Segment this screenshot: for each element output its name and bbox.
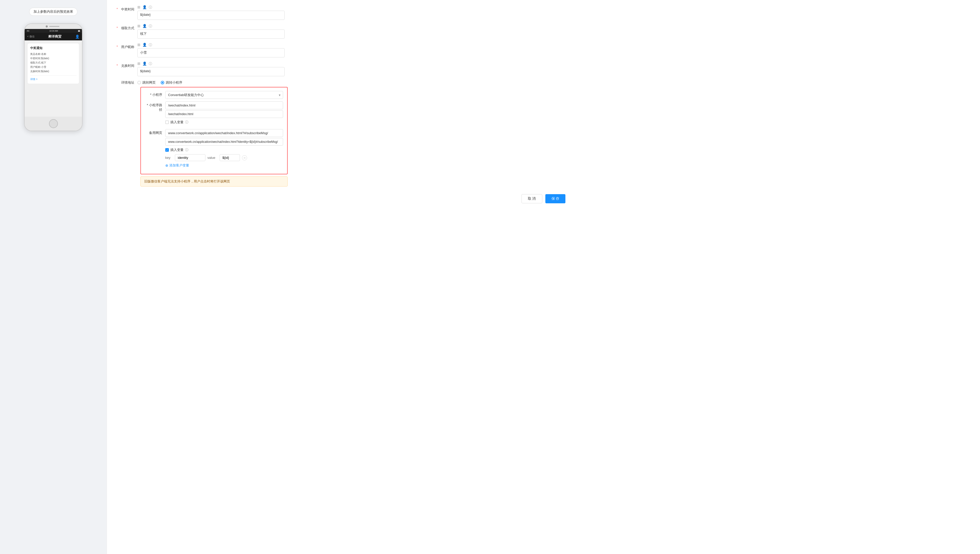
mini-program-section: * 小程序 Convertlab研发能力中心 * 小程序路径 /wechat/i… — [140, 87, 288, 174]
detail-address-section: 详情地址 跳转网页 跳转小程序 — [117, 80, 970, 85]
exchange-time-toolbar: ⊞ 👤 ⓘ — [137, 62, 285, 66]
preview-label-btn[interactable]: 加上参数内容后的预览效果 — [29, 8, 78, 16]
phone-nav-bar: < 微信 桦洋商贸 👤 — [25, 33, 82, 40]
receive-method-section: 领取方式 ⊞ 👤 ⓘ 线下 — [117, 24, 970, 38]
warning-box: 旧版微信客户端无法支持小程序，用户点击时将打开该网页 — [140, 176, 288, 187]
phone-home-btn — [49, 119, 58, 128]
left-panel: 加上参数内容后的预览效果 4G 10:34 AM ▮▮ < 微信 桦洋商贸 👤 … — [0, 0, 107, 554]
page-layout: 加上参数内容后的预览效果 4G 10:34 AM ▮▮ < 微信 桦洋商贸 👤 … — [0, 0, 980, 554]
receive-method-content: ⊞ 👤 ⓘ 线下 — [137, 24, 285, 38]
backup-url-display: www.convertwork.cn/application/wechat/in… — [165, 138, 283, 145]
plus-circle-icon: ⊕ — [165, 163, 168, 168]
info-icon-4[interactable]: ⓘ — [149, 62, 152, 66]
radio-miniprogram[interactable]: 跳转小程序 — [161, 80, 182, 85]
remove-variable-btn[interactable]: − — [242, 155, 247, 160]
username-content: ⊞ 👤 ⓘ 小雪 — [137, 43, 285, 57]
exchange-time-section: 兑换时间 ⊞ 👤 ⓘ ${date} — [117, 62, 970, 76]
var-value-input[interactable] — [220, 154, 240, 161]
insert-var-label: 插入变量 — [170, 120, 183, 125]
add-variable-btn[interactable]: ⊕ 添加客户变量 — [165, 163, 283, 168]
win-time-label: 中奖时间 — [117, 5, 137, 12]
phone-card-row-4: 兑换时间:${date} — [30, 70, 76, 73]
add-variable-label: 添加客户变量 — [169, 163, 189, 168]
detail-address-radio-group: 跳转网页 跳转小程序 — [137, 80, 182, 85]
phone-status-bar: 4G 10:34 AM ▮▮ — [25, 29, 82, 33]
insert-var2-row: ✓ 插入变量 ⓘ — [165, 148, 283, 152]
radio-webpage[interactable]: 跳转网页 — [137, 80, 156, 85]
receive-method-label: 领取方式 — [117, 24, 137, 30]
copy-icon-2[interactable]: ⊞ — [137, 24, 140, 29]
copy-icon-4[interactable]: ⊞ — [137, 62, 140, 66]
var-key-input[interactable] — [175, 154, 205, 161]
nav-title: 桦洋商贸 — [48, 34, 62, 39]
backup-url-row: 备用网页 www.convertwork.cn/application/wech… — [145, 129, 283, 168]
mini-path-row: * 小程序路径 /wechat/index.html 插入变量 ⓘ — [145, 101, 283, 126]
exchange-time-content: ⊞ 👤 ⓘ ${date} — [137, 62, 285, 76]
phone-card-title: 中奖通知 — [30, 46, 76, 50]
info-icon-2[interactable]: ⓘ — [149, 24, 152, 29]
mini-program-select-wrapper: Convertlab研发能力中心 — [165, 91, 283, 99]
radio-miniprogram-label: 跳转小程序 — [166, 80, 182, 85]
radio-webpage-label: 跳转网页 — [142, 80, 156, 85]
phone-camera — [46, 26, 48, 27]
cancel-button[interactable]: 取 消 — [522, 194, 542, 203]
win-time-display: ${date} — [137, 11, 285, 20]
info-icon[interactable]: ⓘ — [149, 5, 152, 10]
mini-path-label: * 小程序路径 — [145, 101, 165, 112]
mini-path-content: /wechat/index.html 插入变量 ⓘ — [165, 101, 283, 126]
win-time-toolbar: ⊞ 👤 ⓘ — [137, 5, 285, 10]
copy-icon[interactable]: ⊞ — [137, 5, 140, 10]
copy-icon-3[interactable]: ⊞ — [137, 43, 140, 47]
variable-row: key value − — [165, 154, 283, 161]
username-toolbar: ⊞ 👤 ⓘ — [137, 43, 285, 47]
status-battery: ▮▮ — [78, 30, 80, 32]
insert-var-info-icon[interactable]: ⓘ — [185, 120, 188, 125]
status-time: 10:34 AM — [49, 30, 58, 32]
user-icon[interactable]: 👤 — [142, 5, 147, 10]
phone-card-row-1: 中奖时间:${date} — [30, 57, 76, 60]
save-button[interactable]: 保 存 — [545, 194, 566, 203]
phone-bottom — [25, 117, 82, 131]
mini-path-input[interactable] — [165, 101, 283, 109]
insert-var-checkbox[interactable] — [165, 120, 169, 124]
username-label: 用户昵称 — [117, 43, 137, 49]
exchange-time-display: ${date} — [137, 67, 285, 76]
radio-webpage-circle — [137, 81, 141, 85]
mini-program-content: Convertlab研发能力中心 — [165, 91, 283, 99]
phone-speaker — [49, 26, 59, 27]
phone-card: 中奖通知 奖品名称:名称 中奖时间:${date} 领取方式:线下 用户昵称:小… — [28, 43, 79, 84]
phone-card-row-0: 奖品名称:名称 — [30, 52, 76, 56]
receive-method-toolbar: ⊞ 👤 ⓘ — [137, 24, 285, 29]
footer-buttons: 取 消 保 存 — [117, 194, 970, 203]
receive-method-display: 线下 — [137, 29, 285, 38]
info-icon-3[interactable]: ⓘ — [149, 43, 152, 47]
detail-address-label: 详情地址 — [117, 80, 137, 85]
win-time-section: 中奖时间 ⊞ 👤 ⓘ ${date} — [117, 5, 970, 20]
mini-path-display: /wechat/index.html — [165, 110, 283, 118]
insert-var2-checkbox[interactable]: ✓ — [165, 148, 169, 152]
win-time-content: ⊞ 👤 ⓘ ${date} — [137, 5, 285, 20]
nav-avatar-icon: 👤 — [75, 35, 80, 38]
phone-top — [25, 24, 82, 29]
insert-var2-label: 插入变量 — [170, 148, 183, 152]
user-icon-2[interactable]: 👤 — [142, 24, 147, 29]
backup-url-input[interactable] — [165, 129, 283, 137]
user-icon-3[interactable]: 👤 — [142, 43, 147, 47]
phone-card-row-3: 用户昵称:小雪 — [30, 65, 76, 69]
radio-miniprogram-circle — [161, 81, 164, 85]
nav-back: < 微信 — [27, 35, 35, 38]
username-display: 小雪 — [137, 48, 285, 57]
var-value-label-text: value — [207, 156, 218, 160]
username-section: 用户昵称 ⊞ 👤 ⓘ 小雪 — [117, 43, 970, 57]
backup-url-content: www.convertwork.cn/application/wechat/in… — [165, 129, 283, 168]
insert-var2-info-icon[interactable]: ⓘ — [185, 148, 188, 152]
var-key-label: key — [165, 156, 173, 160]
mini-program-select[interactable]: Convertlab研发能力中心 — [165, 91, 283, 99]
phone-link[interactable]: 详情 > — [30, 78, 76, 81]
right-panel: 中奖时间 ⊞ 👤 ⓘ ${date} 领取方式 ⊞ 👤 ⓘ 线下 — [107, 0, 980, 554]
insert-var-row: 插入变量 ⓘ — [165, 120, 283, 125]
backup-url-label: 备用网页 — [145, 129, 165, 135]
mini-program-label: * 小程序 — [145, 91, 165, 97]
user-icon-4[interactable]: 👤 — [142, 62, 147, 66]
mini-program-row: * 小程序 Convertlab研发能力中心 — [145, 91, 283, 99]
